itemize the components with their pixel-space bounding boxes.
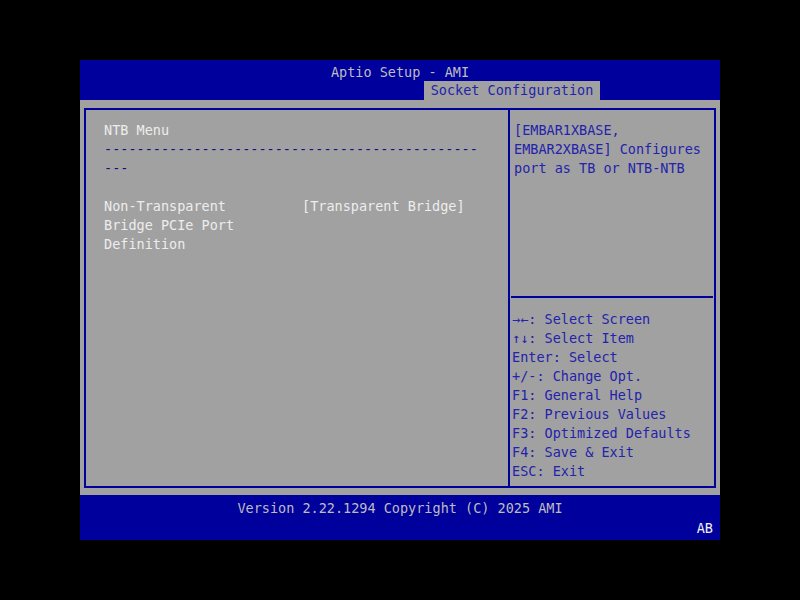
tab-socket-configuration[interactable]: Socket Configuration (424, 81, 600, 100)
legend-f2-previous-values: F2: Previous Values (512, 407, 666, 422)
legend-f4-save-exit: F4: Save & Exit (512, 445, 634, 460)
menu-item-label-line2: Bridge PCIe Port (104, 218, 234, 233)
footer-build-id: AB (697, 521, 713, 536)
menu-item-label-line1: Non-Transparent (104, 199, 226, 214)
bios-screen: Aptio Setup - AMI Socket Configuration N… (80, 60, 720, 540)
menu-separator-line1: ----------------------------------------… (104, 142, 478, 157)
legend-f1-general-help: F1: General Help (512, 388, 642, 403)
legend-select-item: ↑↓: Select Item (512, 331, 634, 346)
setup-title: Aptio Setup - AMI (80, 65, 720, 80)
legend-f3-optimized-defaults: F3: Optimized Defaults (512, 426, 691, 441)
help-text-line3: port as TB or NTB-NTB (514, 161, 685, 176)
legend-change-opt: +/-: Change Opt. (512, 369, 642, 384)
menu-separator-line2: --- (104, 161, 128, 176)
footer-version-text: Version 2.22.1294 Copyright (C) 2025 AMI (80, 501, 720, 516)
help-divider (511, 296, 713, 298)
legend-esc-exit: ESC: Exit (512, 464, 585, 479)
bios-viewport: Aptio Setup - AMI Socket Configuration N… (0, 0, 800, 600)
footer-bar: Version 2.22.1294 Copyright (C) 2025 AMI… (80, 495, 720, 540)
menu-item-label-line3: Definition (104, 237, 185, 252)
legend-enter-select: Enter: Select (512, 350, 618, 365)
help-text-line2: EMBAR2XBASE] Configures (514, 142, 701, 157)
panel-divider (508, 108, 510, 488)
help-text-line1: [EMBAR1XBASE, (514, 123, 620, 138)
header-bar: Aptio Setup - AMI (80, 60, 720, 100)
legend-select-screen: →←: Select Screen (512, 312, 650, 327)
menu-subtitle: NTB Menu (104, 123, 169, 138)
menu-item-value[interactable]: [Transparent Bridge] (302, 199, 465, 214)
